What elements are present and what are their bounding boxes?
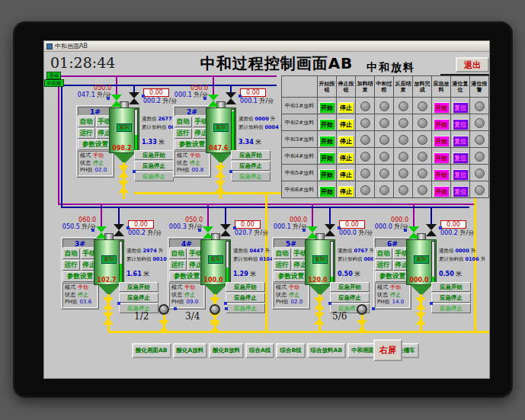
alkali-inlet-valve-icon [111, 95, 122, 107]
emergency-stop-button[interactable]: 应急停止 [231, 161, 271, 171]
discharge-done-lamp [418, 152, 427, 162]
window-titlebar[interactable]: 中和画面AB [44, 41, 489, 52]
pump-label: 3/4 [185, 311, 200, 322]
interlock-marker-icon [126, 226, 130, 229]
emergency-discharge-button[interactable]: 开始 [434, 119, 450, 130]
emergency-discharge-button[interactable]: 开始 [434, 152, 450, 164]
col-header: 加料结束 [356, 76, 375, 98]
params-button[interactable]: 参数设置 [174, 139, 210, 150]
run-button[interactable]: 运行 [78, 128, 95, 139]
neutralize-process-lamp [379, 118, 389, 128]
exit-button[interactable]: 退出 [456, 57, 489, 72]
auto-button[interactable]: 自动 [62, 248, 80, 259]
nav-button[interactable]: 综合B线 [276, 343, 305, 358]
level-reset-button[interactable]: 复位 [453, 152, 469, 164]
params-button[interactable]: 参数设置 [62, 271, 98, 282]
emergency-stop-button[interactable]: 应急停止 [119, 293, 158, 303]
auto-button[interactable]: 自动 [375, 248, 392, 259]
auto-button[interactable]: 自动 [169, 248, 187, 259]
emergency-start-button[interactable]: 应急开始 [119, 282, 158, 292]
discharge-start-button[interactable]: 开始 [319, 119, 335, 130]
emergency-stop-disabled-button[interactable]: 应急停止 [231, 172, 271, 181]
emergency-start-button[interactable]: 应急开始 [134, 150, 174, 160]
level-reset-button[interactable]: 复位 [453, 186, 469, 197]
vessel-tag: 复制 [213, 123, 229, 132]
alkali-line-label: 液碱 [46, 72, 61, 79]
nav-button[interactable]: 酸化A放料 [173, 343, 208, 358]
interlock-marker-icon [142, 95, 145, 98]
discharge-stop-button[interactable]: 停止 [338, 169, 354, 181]
interlock-marker-icon [133, 170, 136, 173]
flow-display-left: 000.0 000.0 升/分 [370, 216, 408, 230]
run-button[interactable]: 运行 [274, 260, 291, 271]
alkali-inlet-valve-icon [96, 226, 107, 239]
emergency-discharge-button[interactable]: 开始 [434, 102, 450, 114]
nav-button[interactable]: 综合放料AB [307, 343, 347, 358]
flow-value: 000.0 [375, 223, 392, 230]
drain-valve-icon [118, 165, 129, 178]
status-box: 模式手动 状态停止 PH值00.8 [174, 151, 210, 176]
section-title: 中和放料 [349, 61, 433, 75]
row-label: 中和1#放料 [282, 98, 318, 114]
emergency-stop-button[interactable]: 应急停止 [226, 293, 265, 303]
feed-total-value: 0004 [265, 124, 279, 130]
discharge-stop-button[interactable]: 停止 [338, 136, 354, 147]
level-alarm-lamp [475, 185, 485, 195]
discharge-start-button[interactable]: 开始 [319, 152, 335, 164]
flow-value: 000.2 [143, 98, 161, 104]
level-value: 3.34 米 [238, 138, 261, 146]
auto-button[interactable]: 自动 [78, 117, 95, 127]
level-reset-button[interactable]: 复位 [453, 169, 469, 181]
mode-value: 手动 [78, 284, 88, 290]
emergency-stop-disabled-button[interactable]: 应急停止 [226, 303, 265, 313]
run-button[interactable]: 运行 [174, 128, 192, 139]
nav-button[interactable]: 综合A线 [245, 343, 274, 358]
state-value: 停止 [190, 160, 200, 166]
run-button[interactable]: 运行 [375, 260, 392, 271]
right-screen-button[interactable]: 右屏 [373, 339, 402, 361]
level-reset-button[interactable]: 复位 [453, 102, 469, 114]
emergency-discharge-button[interactable]: 开始 [434, 136, 450, 147]
interlock-marker-icon [303, 229, 306, 232]
discharge-stop-button[interactable]: 停止 [338, 102, 354, 114]
flow-display-right: 0.00 000.2 升/分 [128, 220, 163, 236]
level-value: 1.33 米 [142, 138, 165, 146]
run-button[interactable]: 运行 [62, 260, 80, 271]
level-reset-button[interactable]: 复位 [453, 119, 469, 130]
discharge-start-button[interactable]: 开始 [319, 102, 335, 114]
interlock-marker-icon [328, 302, 331, 305]
emergency-stop-disabled-button[interactable]: 应急停止 [431, 303, 471, 313]
emergency-start-button[interactable]: 应急开始 [431, 282, 471, 292]
run-button[interactable]: 运行 [169, 260, 187, 271]
discharge-start-button[interactable]: 开始 [319, 186, 335, 197]
discharge-stop-button[interactable]: 停止 [338, 186, 354, 197]
reaction-end-lamp [399, 152, 408, 162]
acid-inlet-valve-icon [325, 224, 335, 236]
level-value: 0.50 米 [338, 270, 360, 278]
params-button[interactable]: 参数设置 [274, 271, 309, 282]
params-button[interactable]: 参数设置 [78, 139, 113, 150]
emergency-stop-button[interactable]: 应急停止 [134, 161, 174, 171]
emergency-stop-disabled-button[interactable]: 应急停止 [134, 172, 174, 181]
emergency-start-button[interactable]: 应急开始 [226, 282, 265, 292]
drain-valve-icon [314, 297, 325, 309]
status-box: 模式手动 状态停止 PH值02.0 [78, 151, 113, 176]
params-button[interactable]: 参数设置 [375, 271, 410, 282]
emergency-stop-button[interactable]: 应急停止 [431, 293, 471, 303]
nav-button[interactable]: 酸化画面AB [132, 343, 171, 358]
auto-button[interactable]: 自动 [274, 248, 291, 259]
level-reset-button[interactable]: 复位 [453, 136, 469, 147]
nav-button[interactable]: 酸化B放料 [209, 343, 244, 358]
emergency-stop-button[interactable]: 应急停止 [330, 293, 370, 303]
emergency-discharge-button[interactable]: 开始 [434, 169, 450, 181]
emergency-start-button[interactable]: 应急开始 [231, 150, 271, 160]
discharge-stop-button[interactable]: 停止 [338, 119, 354, 130]
discharge-stop-button[interactable]: 停止 [338, 152, 354, 164]
auto-button[interactable]: 自动 [174, 117, 192, 127]
discharge-start-button[interactable]: 开始 [319, 136, 335, 147]
drain-valve-icon [118, 181, 129, 193]
params-button[interactable]: 参数设置 [169, 271, 204, 282]
emergency-discharge-button[interactable]: 开始 [434, 186, 450, 197]
emergency-start-button[interactable]: 应急开始 [330, 282, 370, 292]
discharge-start-button[interactable]: 开始 [319, 169, 335, 181]
